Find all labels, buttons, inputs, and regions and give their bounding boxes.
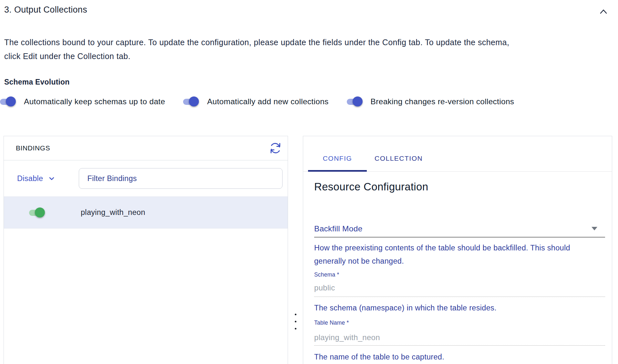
refresh-bindings-button[interactable] <box>268 140 283 156</box>
table-name-field-description: The name of the table to be captured. <box>314 350 605 364</box>
backfill-mode-label: Backfill Mode <box>314 223 363 234</box>
switch-on-icon[interactable] <box>0 96 21 107</box>
backfill-mode-select[interactable]: Backfill Mode <box>314 223 605 238</box>
switch-on-icon[interactable] <box>183 96 204 107</box>
collapse-section-button[interactable] <box>595 4 612 20</box>
panel-resize-handle[interactable] <box>292 308 299 334</box>
toggle-label: Breaking changes re-version collections <box>371 97 514 106</box>
toggle-add-new-collections[interactable]: Automatically add new collections <box>183 96 328 107</box>
tab-collection[interactable]: COLLECTION <box>367 145 430 171</box>
caret-down-icon <box>592 227 597 230</box>
backfill-mode-description: How the preexisting contents of the tabl… <box>314 241 605 268</box>
tab-config[interactable]: CONFIG <box>308 145 367 171</box>
vertical-dots-icon <box>295 321 296 322</box>
bindings-panel: BINDINGS Disable <box>4 136 288 364</box>
schema-evolution-heading: Schema Evolution <box>4 78 70 86</box>
table-name-field-label: Table Name* <box>314 319 605 326</box>
bindings-toolbar: Disable <box>4 160 288 197</box>
chevron-down-icon <box>43 175 56 182</box>
binding-detail-panel: CONFIG COLLECTION Resource Configuration… <box>303 136 612 364</box>
chevron-up-icon <box>598 6 609 17</box>
config-tab-content: Resource Configuration Backfill Mode How… <box>303 181 612 364</box>
required-marker: * <box>346 319 349 326</box>
bindings-panel-header: BINDINGS <box>4 136 288 160</box>
switch-on-icon[interactable] <box>347 96 367 107</box>
section-description: The collections bound to your capture. T… <box>4 35 605 63</box>
required-marker: * <box>337 271 339 278</box>
detail-tabs: CONFIG COLLECTION <box>303 136 612 172</box>
binding-row[interactable]: playing_with_neon <box>4 197 288 228</box>
refresh-icon <box>268 141 283 155</box>
bindings-title: BINDINGS <box>16 144 50 152</box>
active-tab-indicator <box>308 170 367 172</box>
filter-bindings-input[interactable] <box>79 168 283 189</box>
schema-field-value: public <box>314 283 605 297</box>
table-name-field-value: playing_with_neon <box>314 333 605 346</box>
section-title: 3. Output Collections <box>4 4 87 15</box>
resource-configuration-heading: Resource Configuration <box>314 181 605 193</box>
toggle-label: Automatically keep schemas up to date <box>24 97 165 106</box>
output-collections-section: 3. Output Collections The collections bo… <box>0 0 618 364</box>
disable-dropdown-button[interactable]: Disable <box>17 174 56 183</box>
schema-field-label: Schema* <box>314 271 605 278</box>
toggle-label: Automatically add new collections <box>207 97 328 106</box>
vertical-dots-icon <box>295 328 296 329</box>
schema-evolution-toggles: Automatically keep schemas up to date Au… <box>0 93 532 111</box>
vertical-dots-icon <box>295 314 296 315</box>
schema-field-description: The schema (namespace) in which the tabl… <box>314 301 605 315</box>
toggle-keep-schemas-up-to-date[interactable]: Automatically keep schemas up to date <box>0 96 165 107</box>
toggle-breaking-changes-reversion[interactable]: Breaking changes re-version collections <box>347 96 514 107</box>
binding-name: playing_with_neon <box>81 208 145 217</box>
binding-enabled-switch-icon[interactable] <box>29 207 50 218</box>
